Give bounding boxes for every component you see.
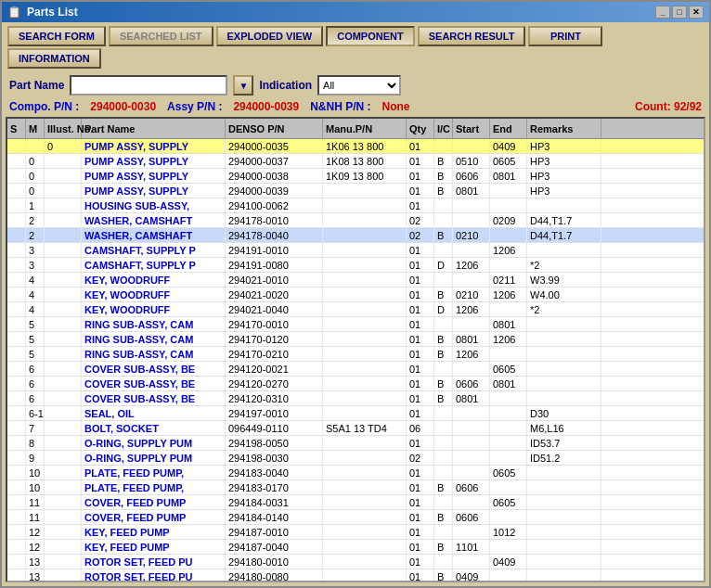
indication-select[interactable]: All Yes No — [317, 75, 401, 96]
table-row[interactable]: 0PUMP ASSY, SUPPLY294000-00351K06 13 800… — [7, 139, 704, 154]
cell-qty: 01 — [407, 273, 434, 287]
cell-start — [453, 421, 490, 435]
print-button[interactable]: PRINT — [528, 26, 602, 46]
cell-no — [45, 213, 82, 227]
cell-s — [7, 228, 26, 242]
cell-s — [7, 480, 26, 494]
cell-denso: 294180-0010 — [226, 555, 323, 569]
table-row[interactable]: 1HOUSING SUB-ASSY,294100-006201 — [7, 198, 704, 213]
cell-remarks — [527, 569, 601, 581]
information-button[interactable]: INFORMATION — [7, 48, 101, 69]
cell-part-name: HOUSING SUB-ASSY, — [82, 198, 226, 212]
table-row[interactable]: 0PUMP ASSY, SUPPLY294000-00371K08 13 800… — [7, 154, 704, 169]
table-row[interactable]: 3CAMSHAFT, SUPPLY P294191-008001D1206*2 — [7, 258, 704, 273]
cell-part-name: PLATE, FEED PUMP, — [82, 466, 226, 479]
table-row[interactable]: 11COVER, FEED PUMP294184-014001B0606 — [7, 510, 704, 525]
table-row[interactable]: 12KEY, FEED PUMP294187-004001B1101 — [7, 540, 704, 555]
table-row[interactable]: 4KEY, WOODRUFF294021-004001D1206*2 — [7, 302, 704, 317]
table-row[interactable]: 9O-RING, SUPPLY PUM294198-003002ID51.2 — [7, 451, 704, 466]
part-name-label: Part Name — [9, 79, 64, 92]
cell-manu — [323, 466, 407, 479]
cell-part-name: WASHER, CAMSHAFT — [82, 213, 226, 227]
cell-denso: 294187-0040 — [226, 540, 323, 554]
cell-s — [7, 169, 26, 183]
cell-remarks: M6,L16 — [527, 421, 601, 435]
cell-ic — [434, 273, 453, 287]
cell-manu: 1K08 13 800 — [323, 154, 407, 168]
table-row[interactable]: 13ROTOR SET, FEED PU294180-008001B0409 — [7, 569, 704, 581]
cell-end — [490, 421, 527, 435]
table-row[interactable]: 11COVER, FEED PUMP294184-0031010605 — [7, 495, 704, 510]
cell-s — [7, 184, 26, 198]
col-remarks: Remarks — [527, 119, 601, 138]
cell-qty: 01 — [407, 288, 434, 301]
cell-manu — [323, 540, 407, 554]
table-row[interactable]: 7BOLT, SOCKET096449-0110S5A1 13 TD406M6,… — [7, 421, 704, 436]
table-row[interactable]: 12KEY, FEED PUMP294187-0010011012 — [7, 525, 704, 540]
cell-denso: 294184-0031 — [226, 495, 323, 509]
cell-qty: 01 — [407, 362, 434, 376]
table-row[interactable]: 5RING SUB-ASSY, CAM294170-021001B1206 — [7, 347, 704, 362]
table-row[interactable]: 6-1SEAL, OIL294197-001001D30 — [7, 406, 704, 421]
table-header: S M Illust. No. Part Name DENSO P/N Manu… — [7, 119, 704, 139]
table-row[interactable]: 6COVER SUB-ASSY, BE294120-0021010605 — [7, 362, 704, 377]
cell-m: 7 — [26, 421, 45, 435]
cell-start: 0409 — [453, 569, 490, 581]
table-row[interactable]: 0PUMP ASSY, SUPPLY294000-00381K09 13 800… — [7, 169, 704, 184]
cell-m: 3 — [26, 258, 45, 272]
part-name-input[interactable] — [70, 75, 227, 96]
maximize-button[interactable]: □ — [672, 6, 687, 19]
cell-remarks — [527, 540, 601, 554]
cell-s — [7, 466, 26, 479]
component-button[interactable]: COMPONENT — [326, 26, 415, 46]
table-row[interactable]: 2WASHER, CAMSHAFT294178-004002B0210D44,T… — [7, 228, 704, 243]
table-row[interactable]: 6COVER SUB-ASSY, BE294120-027001B0606080… — [7, 377, 704, 391]
cell-remarks — [527, 480, 601, 494]
table-row[interactable]: 4KEY, WOODRUFF294021-002001B02101206W4.0… — [7, 288, 704, 302]
col-start: Start — [453, 119, 490, 138]
table-row[interactable]: 6COVER SUB-ASSY, BE294120-031001B0801 — [7, 391, 704, 406]
cell-qty: 01 — [407, 436, 434, 450]
cell-remarks — [527, 466, 601, 479]
searched-list-button[interactable]: SEARCHED LIST — [109, 26, 213, 46]
part-name-dropdown-button[interactable]: ▼ — [233, 75, 253, 96]
cell-qty: 01 — [407, 466, 434, 479]
cell-start: 1206 — [453, 258, 490, 272]
table-row[interactable]: 2WASHER, CAMSHAFT294178-0010020209D44,T1… — [7, 213, 704, 228]
cell-start: 0606 — [453, 169, 490, 183]
col-manu: Manu.P/N — [323, 119, 407, 138]
cell-end: 0605 — [490, 362, 527, 376]
cell-qty: 06 — [407, 421, 434, 435]
table-row[interactable]: 13ROTOR SET, FEED PU294180-0010010409 — [7, 555, 704, 569]
table-row[interactable]: 4KEY, WOODRUFF294021-0010010211W3.99 — [7, 273, 704, 288]
cell-qty: 01 — [407, 317, 434, 331]
cell-part-name: ROTOR SET, FEED PU — [82, 555, 226, 569]
cell-part-name: CAMSHAFT, SUPPLY P — [82, 258, 226, 272]
search-result-button[interactable]: SEARCH RESULT — [418, 26, 526, 46]
minimize-button[interactable]: _ — [655, 6, 670, 19]
table-row[interactable]: 5RING SUB-ASSY, CAM294170-0010010801 — [7, 317, 704, 332]
cell-start — [453, 406, 490, 420]
cell-ic — [434, 466, 453, 479]
table-row[interactable]: 3CAMSHAFT, SUPPLY P294191-0010011206 — [7, 243, 704, 258]
table-row[interactable]: 10PLATE, FEED PUMP,294183-017001B0606 — [7, 480, 704, 495]
cell-m: 12 — [26, 540, 45, 554]
cell-s — [7, 540, 26, 554]
cell-end: 0605 — [490, 466, 527, 479]
table-row[interactable]: 5RING SUB-ASSY, CAM294170-012001B0801120… — [7, 332, 704, 347]
exploded-view-button[interactable]: EXPLODED VIEW — [216, 26, 324, 46]
cell-m: 13 — [26, 555, 45, 569]
cell-start: 0801 — [453, 332, 490, 346]
table-row[interactable]: 10PLATE, FEED PUMP,294183-0040010605 — [7, 466, 704, 480]
cell-qty: 01 — [407, 391, 434, 405]
table-row[interactable]: 0PUMP ASSY, SUPPLY294000-003901B0801HP3 — [7, 184, 704, 198]
cell-start: 1206 — [453, 302, 490, 316]
table-row[interactable]: 8O-RING, SUPPLY PUM294198-005001ID53.7 — [7, 436, 704, 451]
cell-part-name: COVER SUB-ASSY, BE — [82, 391, 226, 405]
cell-ic — [434, 317, 453, 331]
close-button[interactable]: ✕ — [689, 6, 704, 19]
cell-manu — [323, 480, 407, 494]
cell-qty: 01 — [407, 495, 434, 509]
search-form-button[interactable]: SEARCH FORM — [7, 26, 106, 46]
cell-no — [45, 273, 82, 287]
